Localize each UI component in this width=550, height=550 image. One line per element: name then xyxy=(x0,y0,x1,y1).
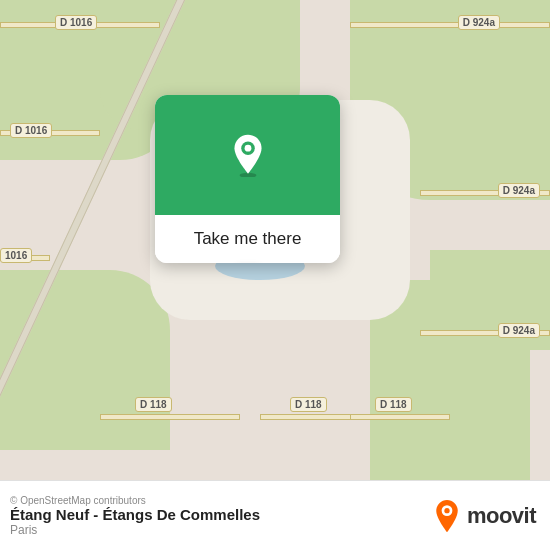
popup-header xyxy=(155,95,340,215)
road-label-d118-1: D 118 xyxy=(135,397,172,412)
moovit-text: moovit xyxy=(467,503,536,529)
map-container: D 1016D 10161016D 924aD 924aD 924aD 118D… xyxy=(0,0,550,480)
svg-point-2 xyxy=(244,145,251,152)
bottom-bar: © OpenStreetMap contributors Étang Neuf … xyxy=(0,480,550,550)
road-d924a-top xyxy=(350,22,550,28)
popup-card: Take me there xyxy=(155,95,340,263)
attribution-text: © OpenStreetMap contributors xyxy=(10,495,260,506)
road-label-d1016-bot: 1016 xyxy=(0,248,32,263)
moovit-pin-icon xyxy=(433,499,461,533)
road-label-d924a-top: D 924a xyxy=(458,15,500,30)
road-label-d118-3: D 118 xyxy=(375,397,412,412)
moovit-logo: moovit xyxy=(433,499,536,533)
location-pin-icon xyxy=(226,133,270,177)
road-d118-3 xyxy=(350,414,450,420)
road-d118-1 xyxy=(100,414,240,420)
road-label-d1016-top: D 1016 xyxy=(55,15,97,30)
place-name: Étang Neuf - Étangs De Commelles xyxy=(10,506,260,523)
place-info: © OpenStreetMap contributors Étang Neuf … xyxy=(10,495,260,537)
road-label-d924a-bot: D 924a xyxy=(498,323,540,338)
road-label-d118-2: D 118 xyxy=(290,397,327,412)
forest-area xyxy=(0,270,170,450)
road-label-d924a-mid: D 924a xyxy=(498,183,540,198)
road-label-d1016-mid: D 1016 xyxy=(10,123,52,138)
take-me-there-button[interactable]: Take me there xyxy=(155,215,340,263)
place-city: Paris xyxy=(10,523,260,537)
svg-point-4 xyxy=(444,507,449,512)
